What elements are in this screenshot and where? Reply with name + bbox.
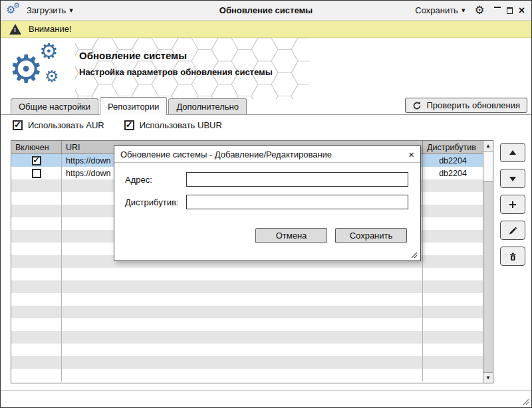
status-bar [1, 390, 531, 407]
table-row-empty [11, 280, 483, 293]
distribution-input[interactable] [186, 195, 408, 209]
warning-icon: ! [9, 24, 21, 35]
use-aur-checkbox[interactable]: ✓ [13, 120, 23, 130]
dialog-close-icon[interactable]: × [408, 149, 414, 160]
check-icon: ✓ [14, 120, 21, 130]
refresh-icon [412, 101, 422, 110]
trash-icon [508, 252, 517, 261]
window-resize-grip[interactable] [521, 397, 529, 405]
gear-icon: ⚙ [13, 2, 20, 9]
row-enabled-checkbox[interactable]: ✓ [32, 169, 41, 178]
column-header-enabled: Включен [11, 141, 62, 153]
plus-icon [508, 200, 517, 209]
warning-exclamation: ! [14, 27, 16, 33]
check-icon: ✓ [126, 120, 133, 130]
page-subtitle: Настройка параметров обновления системы [79, 67, 273, 77]
edit-button[interactable] [500, 221, 525, 240]
chevron-down-icon: ▾ [462, 6, 466, 15]
delete-button[interactable] [500, 247, 525, 266]
titlebar: ⚙ ⚙ Загрузить ▾ Обновление системы Сохра… [1, 1, 531, 21]
table-row-empty [11, 306, 483, 318]
load-menu-label: Загрузить [27, 5, 66, 15]
save-menu-button[interactable]: Сохранить ▾ [415, 5, 465, 15]
tab-general-settings[interactable]: Общие настройки [11, 98, 98, 114]
tab-repositories[interactable]: Репозитории [100, 97, 167, 115]
window-controls: × [494, 5, 525, 16]
table-row-empty [11, 369, 483, 381]
check-updates-button[interactable]: Проверить обновления [405, 98, 527, 113]
repo-options: ✓ Использовать AUR ✓ Использовать UBUR [13, 120, 222, 130]
address-label: Адрес: [125, 175, 186, 185]
page-title: Обновление системы [79, 50, 273, 61]
chevron-down-icon: ▾ [69, 6, 73, 15]
arrow-down-icon [508, 174, 517, 183]
save-menu-label: Сохранить [415, 5, 458, 15]
table-row-empty [11, 344, 483, 356]
edit-repository-dialog: Обновление системы - Добавление/Редактир… [114, 146, 421, 261]
use-ubur-label: Использовать UBUR [140, 120, 222, 130]
row-distribution: db2204 [423, 167, 483, 179]
dialog-resize-grip[interactable] [410, 251, 418, 258]
gear-icon: ⚙ [9, 50, 43, 88]
add-button[interactable] [500, 195, 525, 214]
use-ubur-option[interactable]: ✓ Использовать UBUR [124, 120, 222, 130]
pencil-icon [508, 226, 517, 235]
load-menu-button[interactable]: Загрузить ▾ [27, 5, 73, 15]
tab-bar: Общие настройки Репозитории Дополнительн… [1, 97, 531, 115]
use-ubur-checkbox[interactable]: ✓ [124, 120, 134, 130]
close-icon[interactable]: × [519, 5, 525, 16]
move-down-button[interactable] [500, 169, 525, 188]
minimize-icon[interactable] [494, 7, 501, 8]
address-input[interactable] [186, 172, 408, 187]
maximize-icon[interactable] [507, 7, 513, 14]
dialog-title: Обновление системы - Добавление/Редактир… [120, 150, 332, 159]
distribution-label: Дистрибутив: [125, 197, 186, 207]
tab-advanced[interactable]: Дополнительно [168, 98, 247, 114]
scroll-up-button[interactable]: ▲ [483, 141, 493, 152]
vertical-scrollbar[interactable]: ▲ ▼ [483, 141, 493, 383]
move-up-button[interactable] [500, 143, 525, 162]
row-actions-toolbar [500, 143, 525, 266]
scrollbar-thumb[interactable] [483, 152, 493, 182]
page-header: ⚙ ⚙ ⚙ Обновление системы Настройка парам… [1, 38, 531, 98]
row-enabled-checkbox[interactable]: ✓ [32, 156, 41, 165]
table-row-empty [11, 268, 483, 280]
app-gears-icon: ⚙ ⚙ [6, 3, 22, 19]
dialog-titlebar: Обновление системы - Добавление/Редактир… [114, 146, 420, 163]
settings-gear-icon[interactable]: ⚙ [474, 5, 484, 16]
scroll-down-button[interactable]: ▼ [483, 372, 493, 383]
column-header-distribution: Дистрибутив [423, 141, 483, 153]
warning-banner: ! Внимание! [1, 21, 531, 38]
arrow-up-icon [508, 148, 517, 157]
row-enabled-cell: ✓ [11, 167, 62, 179]
app-window: ⚙ ⚙ Загрузить ▾ Обновление системы Сохра… [0, 0, 532, 408]
gear-icon: ⚙ [45, 68, 59, 84]
use-aur-label: Использовать AUR [28, 120, 104, 130]
save-button[interactable]: Сохранить [335, 228, 407, 243]
gear-icon: ⚙ [39, 41, 59, 62]
cancel-button[interactable]: Отмена [255, 228, 327, 243]
scrollbar-track[interactable] [483, 182, 493, 372]
warning-text: Внимание! [29, 24, 72, 34]
table-row-empty [11, 356, 483, 369]
check-icon: ✓ [33, 155, 39, 165]
row-distribution: db2204 [423, 154, 483, 167]
check-updates-label: Проверить обновления [426, 100, 520, 110]
table-row-empty [11, 331, 483, 344]
scroll-down-icon: ▼ [485, 375, 491, 381]
app-logo-gears: ⚙ ⚙ ⚙ [9, 41, 75, 96]
scroll-up-icon: ▲ [485, 143, 491, 149]
row-enabled-cell: ✓ [11, 154, 62, 167]
table-row-empty [11, 293, 483, 306]
use-aur-option[interactable]: ✓ Использовать AUR [13, 120, 104, 130]
table-row-empty [11, 318, 483, 331]
